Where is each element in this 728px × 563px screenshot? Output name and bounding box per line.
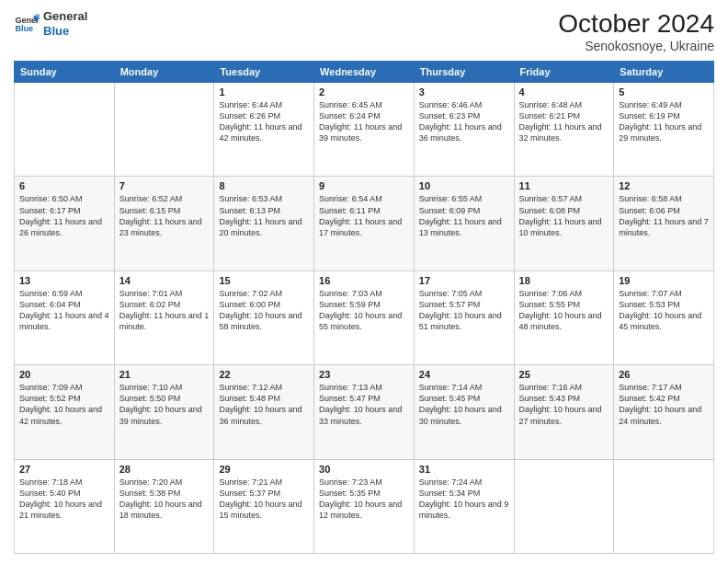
day-number: 26: [619, 369, 709, 380]
calendar-week-0: 1Sunrise: 6:44 AM Sunset: 6:26 PM Daylig…: [15, 83, 714, 177]
day-number: 16: [319, 275, 409, 286]
table-row: 29Sunrise: 7:21 AM Sunset: 5:37 PM Dayli…: [214, 459, 314, 553]
header-saturday: Saturday: [614, 62, 714, 83]
day-info: Sunrise: 7:16 AM Sunset: 5:43 PM Dayligh…: [519, 382, 609, 427]
day-info: Sunrise: 6:55 AM Sunset: 6:09 PM Dayligh…: [419, 193, 509, 238]
day-number: 28: [119, 464, 210, 475]
day-number: 6: [19, 180, 109, 191]
table-row: 16Sunrise: 7:03 AM Sunset: 5:59 PM Dayli…: [314, 270, 415, 364]
day-number: 30: [319, 464, 409, 475]
day-number: 15: [219, 275, 309, 286]
header-sunday: Sunday: [15, 62, 115, 83]
day-info: Sunrise: 7:01 AM Sunset: 6:02 PM Dayligh…: [119, 288, 210, 333]
table-row: [15, 83, 115, 177]
day-info: Sunrise: 7:14 AM Sunset: 5:45 PM Dayligh…: [419, 382, 509, 427]
table-row: 15Sunrise: 7:02 AM Sunset: 6:00 PM Dayli…: [214, 270, 314, 364]
day-number: 17: [419, 275, 509, 286]
svg-text:Blue: Blue: [15, 24, 33, 33]
logo-icon: General Blue: [14, 11, 40, 37]
day-info: Sunrise: 6:52 AM Sunset: 6:15 PM Dayligh…: [119, 193, 210, 238]
table-row: 5Sunrise: 6:49 AM Sunset: 6:19 PM Daylig…: [614, 83, 714, 177]
day-number: 7: [119, 180, 210, 191]
day-number: 29: [219, 464, 309, 475]
table-row: [514, 459, 614, 553]
table-row: 11Sunrise: 6:57 AM Sunset: 6:08 PM Dayli…: [514, 177, 614, 270]
day-number: 11: [519, 180, 609, 191]
title-block: October 2024 Senokosnoye, Ukraine: [558, 9, 714, 53]
header: General Blue GeneralBlue October 2024 Se…: [14, 9, 714, 53]
day-number: 1: [219, 86, 309, 98]
day-number: 3: [419, 86, 509, 98]
day-info: Sunrise: 7:02 AM Sunset: 6:00 PM Dayligh…: [219, 288, 309, 333]
day-number: 18: [519, 275, 609, 286]
header-thursday: Thursday: [414, 62, 514, 83]
table-row: 9Sunrise: 6:54 AM Sunset: 6:11 PM Daylig…: [314, 177, 415, 270]
page: General Blue GeneralBlue October 2024 Se…: [0, 0, 728, 563]
day-info: Sunrise: 6:58 AM Sunset: 6:06 PM Dayligh…: [619, 193, 709, 238]
day-number: 8: [219, 180, 309, 191]
table-row: 10Sunrise: 6:55 AM Sunset: 6:09 PM Dayli…: [414, 177, 514, 270]
day-number: 21: [119, 369, 210, 380]
table-row: 18Sunrise: 7:06 AM Sunset: 5:55 PM Dayli…: [514, 270, 614, 364]
table-row: 2Sunrise: 6:45 AM Sunset: 6:24 PM Daylig…: [314, 83, 415, 177]
table-row: 7Sunrise: 6:52 AM Sunset: 6:15 PM Daylig…: [114, 177, 214, 270]
logo: General Blue GeneralBlue: [14, 9, 87, 38]
day-number: 20: [19, 369, 109, 380]
table-row: 21Sunrise: 7:10 AM Sunset: 5:50 PM Dayli…: [114, 365, 214, 459]
header-tuesday: Tuesday: [214, 62, 314, 83]
table-row: 8Sunrise: 6:53 AM Sunset: 6:13 PM Daylig…: [214, 177, 314, 270]
day-info: Sunrise: 6:49 AM Sunset: 6:19 PM Dayligh…: [619, 99, 709, 144]
day-info: Sunrise: 6:44 AM Sunset: 6:26 PM Dayligh…: [219, 99, 309, 144]
calendar-week-3: 20Sunrise: 7:09 AM Sunset: 5:52 PM Dayli…: [15, 365, 714, 459]
header-friday: Friday: [514, 62, 614, 83]
day-info: Sunrise: 7:24 AM Sunset: 5:34 PM Dayligh…: [419, 477, 509, 522]
day-number: 19: [619, 275, 709, 286]
day-info: Sunrise: 7:23 AM Sunset: 5:35 PM Dayligh…: [319, 477, 409, 522]
day-number: 12: [619, 180, 709, 191]
day-info: Sunrise: 6:54 AM Sunset: 6:11 PM Dayligh…: [319, 193, 409, 238]
day-number: 23: [319, 369, 409, 380]
day-number: 24: [419, 369, 509, 380]
day-number: 5: [619, 86, 709, 98]
day-info: Sunrise: 7:20 AM Sunset: 5:38 PM Dayligh…: [119, 477, 210, 522]
day-number: 31: [419, 464, 509, 475]
table-row: 28Sunrise: 7:20 AM Sunset: 5:38 PM Dayli…: [114, 459, 214, 553]
table-row: [614, 459, 714, 553]
table-row: 14Sunrise: 7:01 AM Sunset: 6:02 PM Dayli…: [114, 270, 214, 364]
header-wednesday: Wednesday: [314, 62, 415, 83]
calendar-week-2: 13Sunrise: 6:59 AM Sunset: 6:04 PM Dayli…: [15, 270, 714, 364]
table-row: 27Sunrise: 7:18 AM Sunset: 5:40 PM Dayli…: [15, 459, 115, 553]
day-number: 27: [19, 464, 109, 475]
calendar-week-1: 6Sunrise: 6:50 AM Sunset: 6:17 PM Daylig…: [15, 177, 714, 270]
day-info: Sunrise: 7:18 AM Sunset: 5:40 PM Dayligh…: [19, 477, 109, 522]
table-row: 17Sunrise: 7:05 AM Sunset: 5:57 PM Dayli…: [414, 270, 514, 364]
location-title: Senokosnoye, Ukraine: [558, 39, 714, 53]
day-info: Sunrise: 6:46 AM Sunset: 6:23 PM Dayligh…: [419, 99, 509, 144]
day-info: Sunrise: 7:09 AM Sunset: 5:52 PM Dayligh…: [19, 382, 109, 427]
table-row: 20Sunrise: 7:09 AM Sunset: 5:52 PM Dayli…: [15, 365, 115, 459]
header-monday: Monday: [114, 62, 214, 83]
table-row: 24Sunrise: 7:14 AM Sunset: 5:45 PM Dayli…: [414, 365, 514, 459]
table-row: 23Sunrise: 7:13 AM Sunset: 5:47 PM Dayli…: [314, 365, 415, 459]
table-row: 30Sunrise: 7:23 AM Sunset: 5:35 PM Dayli…: [314, 459, 415, 553]
day-info: Sunrise: 7:06 AM Sunset: 5:55 PM Dayligh…: [519, 288, 609, 333]
day-info: Sunrise: 7:10 AM Sunset: 5:50 PM Dayligh…: [119, 382, 210, 427]
day-number: 13: [19, 275, 109, 286]
table-row: [114, 83, 214, 177]
calendar-header-row: Sunday Monday Tuesday Wednesday Thursday…: [15, 62, 714, 83]
day-number: 9: [319, 180, 409, 191]
day-number: 4: [519, 86, 609, 98]
month-title: October 2024: [558, 9, 714, 39]
day-info: Sunrise: 6:45 AM Sunset: 6:24 PM Dayligh…: [319, 99, 409, 144]
table-row: 22Sunrise: 7:12 AM Sunset: 5:48 PM Dayli…: [214, 365, 314, 459]
table-row: 25Sunrise: 7:16 AM Sunset: 5:43 PM Dayli…: [514, 365, 614, 459]
day-number: 10: [419, 180, 509, 191]
day-info: Sunrise: 6:57 AM Sunset: 6:08 PM Dayligh…: [519, 193, 609, 238]
day-info: Sunrise: 6:53 AM Sunset: 6:13 PM Dayligh…: [219, 193, 309, 238]
day-info: Sunrise: 6:59 AM Sunset: 6:04 PM Dayligh…: [19, 288, 109, 333]
day-number: 22: [219, 369, 309, 380]
day-info: Sunrise: 6:48 AM Sunset: 6:21 PM Dayligh…: [519, 99, 609, 144]
calendar-week-4: 27Sunrise: 7:18 AM Sunset: 5:40 PM Dayli…: [15, 459, 714, 553]
table-row: 4Sunrise: 6:48 AM Sunset: 6:21 PM Daylig…: [514, 83, 614, 177]
day-info: Sunrise: 6:50 AM Sunset: 6:17 PM Dayligh…: [19, 193, 109, 238]
